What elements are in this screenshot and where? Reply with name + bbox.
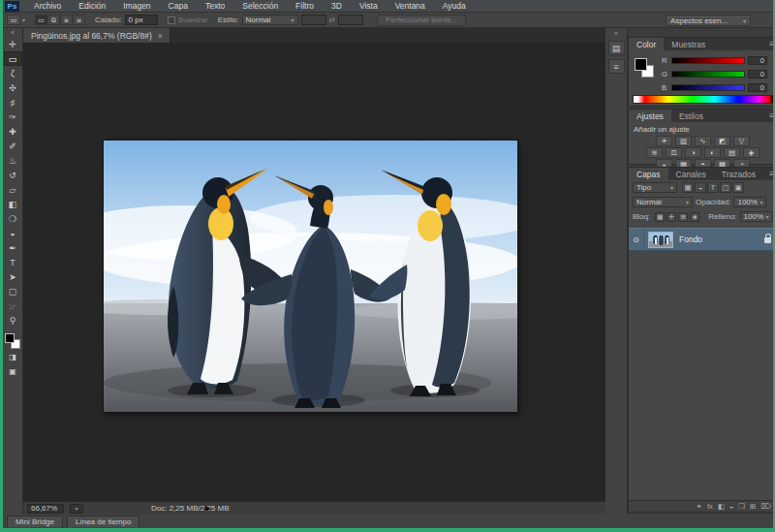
layer-thumbnail[interactable] [648,232,673,248]
filter-adjustment-icon[interactable]: ◒ [695,182,706,193]
tool-path-select[interactable]: ➤ [4,269,22,284]
status-options-icon[interactable]: ▾ [70,504,83,514]
layer-filter-dropdown[interactable]: Tipo ▾ [633,182,677,193]
brightness-contrast-icon[interactable]: ☀ [656,136,672,146]
photo-filter-icon[interactable]: ◐ [704,147,721,158]
tool-preset-picker[interactable]: ▭ ▾ [7,15,25,25]
tool-type[interactable]: T [4,255,22,269]
link-layers-icon[interactable]: ⚭ [697,502,702,511]
tool-hand[interactable]: ☞ [4,298,22,313]
workspace-switcher[interactable]: Aspectos esen... ▾ [666,15,751,26]
tab-ajustes[interactable]: Ajustes [629,110,671,122]
ajustes-panel-menu-icon[interactable]: ≡ [769,111,774,120]
penguins-image[interactable] [104,141,517,412]
red-slider[interactable] [671,57,745,64]
style-dropdown[interactable]: Normal ▾ [242,15,298,25]
historia-panel-icon[interactable]: ▤ [608,41,625,55]
panel-foreground-swatch[interactable] [635,58,647,71]
filter-shape-icon[interactable]: ▢ [720,182,731,193]
channel-mixer-icon[interactable]: ▤ [724,147,740,158]
tool-pen[interactable]: ✒ [4,240,22,255]
foreground-color-swatch[interactable] [5,333,15,343]
blue-slider[interactable] [671,84,745,91]
intersect-selection-icon[interactable]: ⧇ [73,15,85,25]
screen-mode-button[interactable]: ▣ [4,365,22,378]
tab-canales[interactable]: Canales [668,168,714,180]
tool-dodge[interactable]: ◒ [4,226,22,240]
lock-position-icon[interactable]: ⊞ [678,212,688,222]
tool-rect-marquee[interactable]: ▭ [4,51,22,66]
delete-layer-icon[interactable]: ⌦ [760,502,771,511]
zoom-level-input[interactable]: 66,67% [27,504,64,514]
swap-dimensions-icon[interactable]: ⇄ [329,16,336,24]
menu-capa[interactable]: Capa [160,0,197,13]
antialias-checkbox[interactable] [168,16,175,24]
new-layer-icon[interactable]: ⊞ [750,502,756,511]
tab-capas[interactable]: Capas [629,168,668,180]
color-lookup-icon[interactable]: ◈ [743,147,760,158]
fill-dropdown[interactable]: 100% ▾ [740,211,773,222]
lock-pixels-icon[interactable]: ✛ [666,212,676,222]
layer-group-icon[interactable]: ❐ [738,502,745,511]
tool-eyedropper[interactable]: ✑ [4,110,22,124]
tab-estilos[interactable]: Estilos [671,110,711,122]
opacity-dropdown[interactable]: 100% ▾ [733,197,766,207]
tab-muestras[interactable]: Muestras [664,38,713,50]
color-balance-icon[interactable]: ⚖ [666,147,682,158]
menu-ayuda[interactable]: Ayuda [434,0,475,13]
exposure-icon[interactable]: ◩ [714,136,730,146]
green-slider[interactable] [671,71,745,78]
width-input[interactable] [301,15,326,25]
tool-quick-select[interactable]: ✣ [4,80,22,95]
menu-edicion[interactable]: Edición [70,0,114,13]
blue-value[interactable]: 0 [748,83,767,92]
height-input[interactable] [338,15,363,25]
tool-blur[interactable]: ❍ [4,211,22,226]
propiedades-panel-icon[interactable]: ≡ [608,59,625,74]
mini-bridge-button[interactable]: Mini Bridge [7,516,63,527]
menu-vista[interactable]: Vista [351,0,387,13]
vibrance-icon[interactable]: ▽ [733,136,750,146]
filter-pixel-icon[interactable]: ▦ [682,182,694,193]
menu-archivo[interactable]: Archivo [25,0,70,13]
tool-history-brush[interactable]: ↺ [4,168,22,182]
tool-crop[interactable]: ♯ [4,95,22,110]
capas-panel-menu-icon[interactable]: ≡ [769,170,774,178]
tool-brush[interactable]: ✐ [4,139,22,153]
tab-trazados[interactable]: Trazados [714,168,763,180]
dock-collapse-icon[interactable]: » [605,28,627,37]
curves-icon[interactable]: ∿ [695,136,711,146]
menu-3d[interactable]: 3D [323,0,351,13]
filter-type-icon[interactable]: T [707,182,719,193]
layer-style-icon[interactable]: fx [707,502,713,511]
tool-move[interactable]: ✛ [4,37,22,51]
quick-mask-button[interactable]: ◨ [4,351,22,363]
refine-edge-button[interactable]: Perfeccionar borde... [377,15,466,26]
new-selection-icon[interactable]: ▭ [35,15,47,25]
layer-row-fondo[interactable]: ⊙ Fondo [629,228,775,251]
tool-lasso[interactable]: ζ [4,66,22,80]
tool-zoom[interactable]: ⚲ [4,313,22,328]
color-spectrum-ramp[interactable] [633,95,774,104]
tool-clone-stamp[interactable]: ♨ [4,153,22,168]
status-menu-arrow-icon[interactable]: ▶ [205,505,210,513]
tool-healing-brush[interactable]: ✚ [4,124,22,139]
tool-gradient[interactable]: ◧ [4,197,22,211]
feather-input[interactable]: 0 px [125,15,158,25]
toolbar-collapse-icon[interactable]: « [3,28,22,37]
color-panel-menu-icon[interactable]: ≡ [769,40,774,48]
close-tab-icon[interactable]: × [158,31,163,41]
subtract-selection-icon[interactable]: ⧈ [60,15,73,25]
menu-imagen[interactable]: Imagen [114,0,159,13]
layer-mask-icon[interactable]: ◧ [718,502,725,511]
hue-saturation-icon[interactable]: ≋ [646,147,663,158]
menu-texto[interactable]: Texto [197,0,233,13]
tab-color[interactable]: Color [629,38,664,50]
menu-filtro[interactable]: Filtro [287,0,323,13]
red-value[interactable]: 0 [748,56,767,65]
canvas-area[interactable] [23,43,605,501]
menu-ventana[interactable]: Ventana [387,0,434,13]
add-selection-icon[interactable]: ⧉ [47,15,60,25]
blend-mode-dropdown[interactable]: Normal ▾ [633,197,693,207]
timeline-button[interactable]: Línea de tiempo [67,516,140,527]
